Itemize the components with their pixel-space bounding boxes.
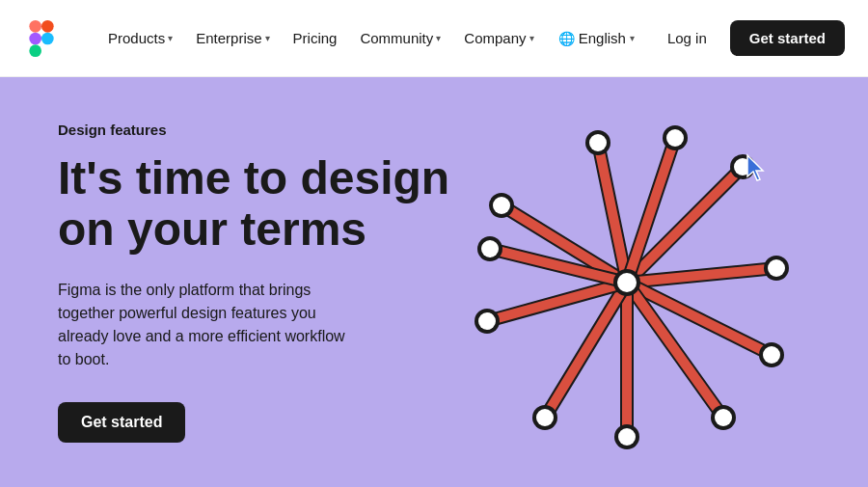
hero-illustration <box>444 109 810 456</box>
svg-rect-3 <box>29 44 41 57</box>
svg-point-36 <box>715 409 732 426</box>
svg-point-4 <box>41 32 54 44</box>
nav-enterprise[interactable]: Enterprise ▾ <box>186 24 279 52</box>
globe-icon: 🌐 <box>558 31 575 46</box>
svg-rect-1 <box>41 20 54 33</box>
nav-links: Products ▾ Enterprise ▾ Pricing Communit… <box>98 24 549 52</box>
logo[interactable] <box>23 20 60 57</box>
svg-rect-0 <box>29 20 41 33</box>
nav-products-label: Products <box>108 30 165 46</box>
svg-point-32 <box>768 259 785 277</box>
svg-point-38 <box>618 428 636 446</box>
hero-label: Design features <box>58 122 463 138</box>
svg-point-40 <box>536 409 554 426</box>
nav-pricing[interactable]: Pricing <box>284 24 347 52</box>
hero-content: Design features It's time to design on y… <box>58 122 463 443</box>
hero-title: It's time to design on your terms <box>58 153 463 256</box>
language-chevron: ▾ <box>630 33 635 43</box>
svg-point-42 <box>478 312 496 330</box>
nav-enterprise-label: Enterprise <box>196 30 261 46</box>
svg-rect-2 <box>29 32 41 44</box>
nav-products-chevron: ▾ <box>168 33 173 43</box>
nav-company-chevron: ▾ <box>529 33 534 43</box>
svg-point-48 <box>666 129 684 147</box>
navbar: Products ▾ Enterprise ▾ Pricing Communit… <box>0 0 868 77</box>
nav-company[interactable]: Company ▾ <box>454 24 543 52</box>
nav-products[interactable]: Products ▾ <box>98 24 182 52</box>
login-button[interactable]: Log in <box>652 22 722 54</box>
language-selector[interactable]: 🌐 English ▾ <box>549 24 644 52</box>
nav-community-label: Community <box>360 30 433 46</box>
svg-point-50 <box>481 240 499 257</box>
nav-community[interactable]: Community ▾ <box>350 24 450 52</box>
navbar-right: 🌐 English ▾ Log in Get started <box>549 20 845 56</box>
nav-community-chevron: ▾ <box>436 33 441 43</box>
language-label: English <box>579 30 626 46</box>
get-started-nav-button[interactable]: Get started <box>730 20 845 56</box>
nav-enterprise-chevron: ▾ <box>265 33 270 43</box>
svg-point-46 <box>589 134 607 151</box>
hero-description: Figma is the only platform that brings t… <box>58 279 347 371</box>
svg-point-28 <box>617 273 637 292</box>
nav-pricing-label: Pricing <box>293 30 338 46</box>
nav-company-label: Company <box>464 30 526 46</box>
svg-point-44 <box>493 197 510 214</box>
hero-section: Design features It's time to design on y… <box>0 77 868 487</box>
hero-cta-button[interactable]: Get started <box>58 402 185 443</box>
svg-point-34 <box>763 346 780 364</box>
